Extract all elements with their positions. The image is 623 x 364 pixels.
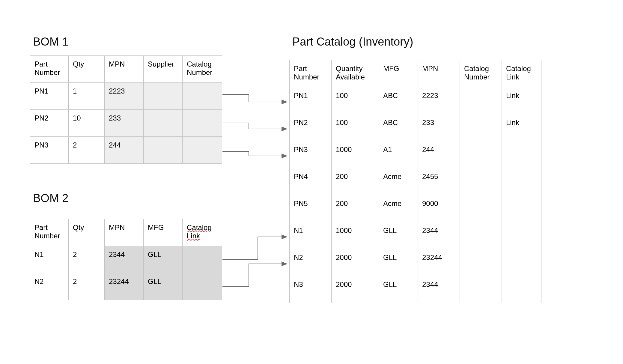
catalog-cell-mfg: GLL: [379, 222, 418, 249]
bom1-cell-mpn: 2223: [105, 83, 144, 110]
catalog-cell-catalog-number: [460, 114, 502, 141]
catalog-header-catalog-link: Catalog Link: [502, 60, 541, 87]
bom1-header-row: Part Number Qty MPN Supplier Catalog Num…: [30, 56, 222, 83]
bom2-cell-mfg: GLL: [144, 246, 183, 273]
catalog-cell-quantity-available: 200: [332, 168, 379, 195]
bom1-cell-catalog-number: [183, 83, 222, 110]
catalog-cell-part-number: PN2: [290, 114, 332, 141]
catalog-title: Part Catalog (Inventory): [292, 35, 413, 48]
catalog-cell-part-number: PN4: [290, 168, 332, 195]
bom1-cell-part-number: PN2: [30, 110, 69, 137]
catalog-cell-catalog-number: [460, 141, 502, 168]
bom1-cell-qty: 10: [69, 110, 105, 137]
bom2-cell-catalog-link: [183, 273, 222, 300]
catalog-header-row: Part Number Quantity Available MFG MPN C…: [290, 60, 541, 87]
catalog-cell-mpn: 2223: [418, 87, 460, 114]
catalog-cell-catalog-link: [502, 195, 541, 222]
bom2-cell-mpn: 2344: [105, 246, 144, 273]
catalog-cell-catalog-link: [502, 168, 541, 195]
catalog-cell-mpn: 2344: [418, 276, 460, 303]
catalog-cell-catalog-link: [502, 141, 541, 168]
bom2-header-mfg: MFG: [144, 219, 183, 246]
bom2-header-mpn: MPN: [105, 219, 144, 246]
bom1-cell-mpn: 233: [105, 110, 144, 137]
bom2-cell-qty: 2: [69, 273, 105, 300]
bom2-cell-qty: 2: [69, 246, 105, 273]
catalog-cell-mfg: GLL: [379, 276, 418, 303]
catalog-cell-mpn: 23244: [418, 249, 460, 276]
bom2-cell-mpn: 23244: [105, 273, 144, 300]
catalog-cell-catalog-link: [502, 222, 541, 249]
bom1-title: BOM 1: [33, 35, 68, 48]
catalog-header-catalog-number: Catalog Number: [460, 60, 502, 87]
catalog-cell-mpn: 9000: [418, 195, 460, 222]
catalog-table: Part Number Quantity Available MFG MPN C…: [289, 60, 541, 303]
bom1-cell-catalog-number: [183, 137, 222, 164]
bom2-cell-catalog-link: [183, 246, 222, 273]
catalog-cell-catalog-number: [460, 222, 502, 249]
catalog-cell-part-number: PN3: [290, 141, 332, 168]
catalog-cell-mfg: Acme: [379, 195, 418, 222]
catalog-cell-part-number: N1: [290, 222, 332, 249]
catalog-cell-part-number: PN1: [290, 87, 332, 114]
catalog-cell-mpn: 2455: [418, 168, 460, 195]
bom2-cell-mfg: GLL: [144, 273, 183, 300]
connector-bom1-row0-catalog-row0: [222, 94, 286, 102]
catalog-cell-part-number: N3: [290, 276, 332, 303]
catalog-cell-quantity-available: 200: [332, 195, 379, 222]
catalog-cell-mfg: A1: [379, 141, 418, 168]
catalog-cell-catalog-link: [502, 249, 541, 276]
catalog-cell-mpn: 233: [418, 114, 460, 141]
catalog-cell-catalog-link: Link: [502, 114, 541, 141]
catalog-cell-quantity-available: 1000: [332, 141, 379, 168]
catalog-cell-part-number: PN5: [290, 195, 332, 222]
bom1-header-catalog-number: Catalog Number: [183, 56, 222, 83]
table-row: N2 2000 GLL 23244: [290, 249, 541, 276]
bom2-header-qty: Qty: [69, 219, 105, 246]
table-row: N1 2 2344 GLL: [30, 246, 222, 273]
catalog-cell-mfg: GLL: [379, 249, 418, 276]
bom1-header-mpn: MPN: [105, 56, 144, 83]
connector-bom1-row1-catalog-row1: [222, 123, 286, 129]
catalog-cell-mfg: ABC: [379, 87, 418, 114]
table-row: PN1 100 ABC 2223 Link: [290, 87, 541, 114]
table-row: PN3 2 244: [30, 137, 222, 164]
catalog-header-part-number: Part Number: [290, 60, 332, 87]
catalog-cell-catalog-number: [460, 168, 502, 195]
bom1-cell-part-number: PN3: [30, 137, 69, 164]
bom1-cell-part-number: PN1: [30, 83, 69, 110]
bom1-header-part-number: Part Number: [30, 56, 69, 83]
bom1-header-supplier: Supplier: [144, 56, 183, 83]
catalog-cell-mpn: 2344: [418, 222, 460, 249]
table-row: N3 2000 GLL 2344: [290, 276, 541, 303]
catalog-header-mpn: MPN: [418, 60, 460, 87]
bom1-table: Part Number Qty MPN Supplier Catalog Num…: [30, 55, 222, 164]
catalog-cell-catalog-number: [460, 87, 502, 114]
bom2-cell-part-number: N1: [30, 246, 69, 273]
catalog-cell-catalog-link: Link: [502, 87, 541, 114]
catalog-cell-quantity-available: 2000: [332, 276, 379, 303]
table-row: N2 2 23244 GLL: [30, 273, 222, 300]
table-row: PN1 1 2223: [30, 83, 222, 110]
connector-bom2-row0-catalog-row5: [222, 237, 286, 259]
bom1-header-qty: Qty: [69, 56, 105, 83]
catalog-cell-quantity-available: 100: [332, 114, 379, 141]
bom2-title: BOM 2: [33, 192, 68, 205]
table-row: PN2 100 ABC 233 Link: [290, 114, 541, 141]
bom1-cell-qty: 2: [69, 137, 105, 164]
connector-bom1-row2-catalog-row2: [222, 151, 286, 156]
connector-bom2-row1-catalog-row6: [222, 264, 286, 286]
bom2-header-row: Part Number Qty MPN MFG Catalog Link: [30, 219, 222, 246]
bom1-cell-supplier: [144, 137, 183, 164]
catalog-cell-catalog-number: [460, 195, 502, 222]
catalog-cell-catalog-link: [502, 276, 541, 303]
table-row: PN5 200 Acme 9000: [290, 195, 541, 222]
bom1-cell-mpn: 244: [105, 137, 144, 164]
catalog-cell-quantity-available: 2000: [332, 249, 379, 276]
catalog-cell-quantity-available: 100: [332, 87, 379, 114]
bom1-cell-supplier: [144, 110, 183, 137]
bom1-cell-catalog-number: [183, 110, 222, 137]
bom2-cell-part-number: N2: [30, 273, 69, 300]
catalog-header-quantity-available: Quantity Available: [332, 60, 379, 87]
catalog-cell-mpn: 244: [418, 141, 460, 168]
